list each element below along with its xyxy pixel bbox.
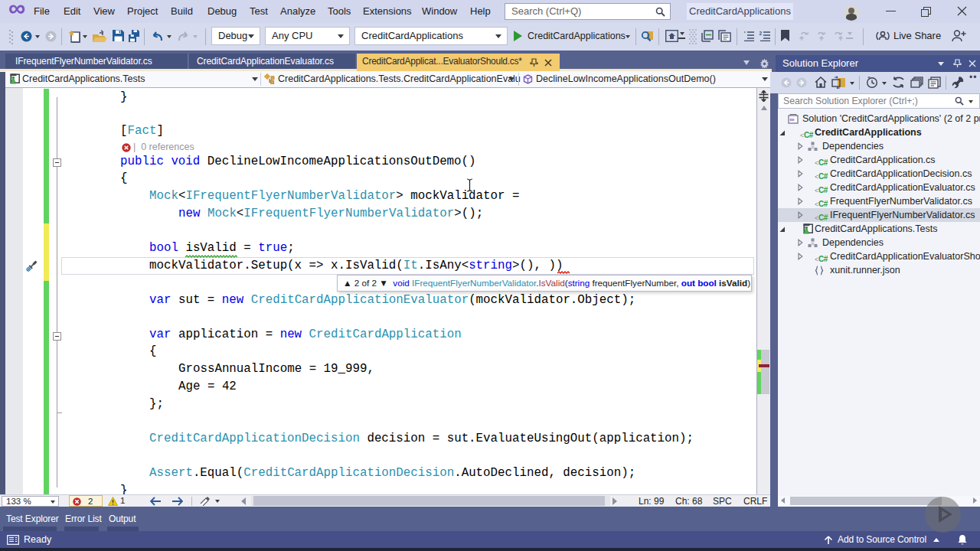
svg-text:∞: ∞ [789, 116, 795, 123]
svg-text:2: 2 [760, 31, 762, 37]
